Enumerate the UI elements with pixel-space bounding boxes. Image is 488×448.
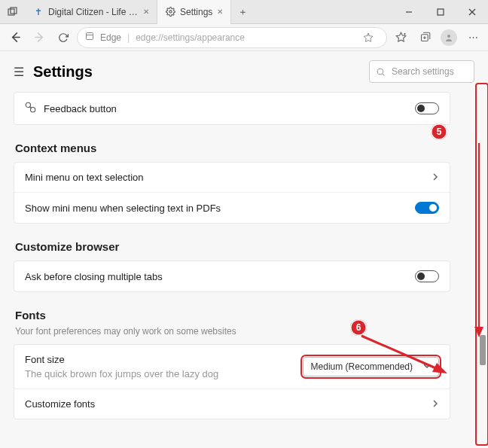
search-settings-input[interactable]: Search settings (369, 60, 474, 83)
tab-actions-button[interactable] (0, 7, 26, 17)
scrollbar-thumb[interactable] (480, 335, 486, 365)
address-brand: Edge (100, 32, 121, 43)
row-pdf-mini-menu: Show mini menu when selecting text in PD… (14, 192, 450, 223)
svg-line-27 (361, 336, 438, 369)
svg-line-24 (29, 106, 32, 108)
tab-settings[interactable]: Settings ✕ (157, 0, 231, 24)
favorites-icon[interactable] (390, 27, 411, 48)
section-fonts-title: Fonts (15, 309, 450, 322)
maximize-button[interactable] (425, 0, 456, 23)
feedback-toggle[interactable] (415, 102, 439, 114)
forward-button[interactable] (29, 27, 50, 48)
feedback-label: Feedback button (44, 103, 117, 114)
more-menu-icon[interactable]: ⋯ (462, 27, 483, 48)
new-tab-button[interactable]: ＋ (231, 5, 254, 19)
svg-point-19 (447, 35, 450, 38)
close-icon[interactable]: ✕ (217, 8, 223, 16)
pdf-mini-menu-toggle[interactable] (415, 202, 439, 214)
ask-close-toggle[interactable] (415, 270, 439, 282)
svg-point-20 (377, 69, 383, 75)
minimize-button[interactable] (393, 0, 425, 23)
site-info-icon[interactable] (85, 32, 94, 43)
chevron-right-icon (432, 398, 439, 410)
svg-line-21 (383, 74, 384, 75)
title-bar: ✝ Digital Citizen - Life in a digital w … (0, 0, 488, 24)
close-window-button[interactable] (456, 0, 488, 23)
menu-icon[interactable]: ☰ (14, 65, 24, 79)
annotation-arrow-6 (358, 327, 456, 379)
annotation-arrow-5 (449, 143, 486, 339)
row-mini-menu[interactable]: Mini menu on text selection (14, 163, 450, 192)
svg-rect-4 (438, 9, 444, 15)
section-custom-title: Customize browser (15, 240, 450, 253)
svg-rect-0 (8, 9, 14, 15)
close-icon[interactable]: ✕ (143, 8, 149, 16)
annotation-step-5: 5 (431, 123, 447, 140)
browser-toolbar: Edge | edge://settings/appearance ⋯ (0, 24, 488, 51)
context-card: Mini menu on text selection Show mini me… (14, 162, 450, 224)
tab-digital-citizen[interactable]: ✝ Digital Citizen - Life in a digital w … (26, 0, 157, 24)
svg-rect-1 (11, 8, 17, 14)
refresh-button[interactable] (53, 27, 74, 48)
tab-title: Settings (180, 7, 212, 17)
read-aloud-icon[interactable] (358, 27, 379, 48)
address-bar[interactable]: Edge | edge://settings/appearance (77, 27, 387, 48)
back-button[interactable] (5, 27, 26, 48)
svg-marker-26 (474, 327, 483, 337)
section-context-title: Context menus (15, 142, 450, 154)
profile-avatar[interactable] (438, 27, 459, 48)
feedback-icon (25, 102, 36, 115)
search-icon (376, 67, 386, 77)
svg-point-2 (169, 11, 171, 13)
tab-favicon-icon: ✝ (33, 7, 44, 17)
search-placeholder: Search settings (392, 66, 454, 77)
page-title: Settings (33, 63, 93, 81)
feedback-card: Feedback button (14, 92, 450, 125)
font-sample: The quick brown fox jumps over the lazy … (25, 368, 218, 379)
svg-marker-28 (432, 363, 447, 373)
gear-icon (165, 7, 175, 17)
tab-title: Digital Citizen - Life in a digital w (48, 7, 139, 17)
collections-icon[interactable] (414, 27, 435, 48)
svg-rect-9 (87, 33, 93, 40)
chevron-right-icon (432, 172, 439, 183)
row-customize-fonts[interactable]: Customize fonts (14, 389, 450, 419)
custom-card: Ask before closing multiple tabs (14, 261, 450, 292)
row-ask-close: Ask before closing multiple tabs (14, 261, 450, 291)
